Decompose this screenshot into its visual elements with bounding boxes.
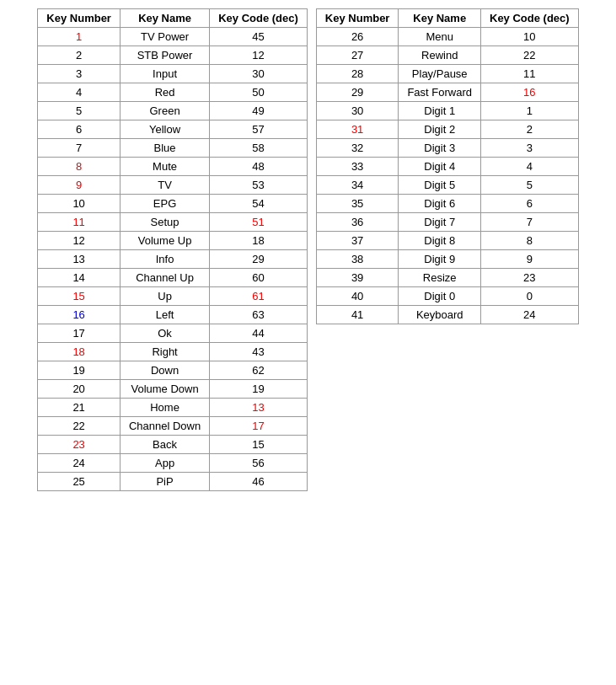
table-left: Key Number Key Name Key Code (dec) 1TV P… [37,8,308,491]
cell-key-name: Keyboard [399,306,481,324]
cell-key-code: 15 [210,436,308,454]
cell-key-code: 1 [481,102,579,120]
col-header-key-num-left: Key Number [38,9,121,28]
table-row: 32Digit 33 [316,139,578,158]
table-row: 33Digit 44 [316,158,578,176]
cell-key-number: 16 [38,306,121,324]
table-row: 20Volume Down19 [38,380,308,399]
table-row: 39Resize23 [316,269,578,287]
cell-key-name: Digit 6 [399,195,481,213]
cell-key-number: 8 [38,158,121,176]
cell-key-code: 44 [210,324,308,343]
cell-key-number: 2 [38,46,121,65]
cell-key-code: 9 [481,250,579,269]
cell-key-number: 21 [38,399,121,417]
cell-key-code: 5 [481,176,579,195]
tables-container: Key Number Key Name Key Code (dec) 1TV P… [37,8,578,491]
cell-key-number: 6 [38,120,121,139]
cell-key-code: 3 [481,139,579,158]
cell-key-number: 20 [38,380,121,399]
cell-key-number: 9 [38,176,121,195]
cell-key-number: 24 [38,454,121,473]
cell-key-code: 61 [210,287,308,306]
table-row: 17Ok44 [38,324,308,343]
cell-key-code: 17 [210,417,308,436]
cell-key-name: Digit 9 [399,250,481,269]
cell-key-name: App [120,454,209,473]
cell-key-name: Up [120,287,209,306]
cell-key-name: Digit 0 [399,287,481,306]
table-row: 30Digit 11 [316,102,578,120]
cell-key-name: TV Power [120,28,209,46]
table-row: 24App56 [38,454,308,473]
cell-key-code: 16 [481,83,579,102]
table-row: 16Left63 [38,306,308,324]
cell-key-name: Mute [120,158,209,176]
table-row: 13Info29 [38,250,308,269]
cell-key-code: 18 [210,232,308,250]
table-row: 40Digit 00 [316,287,578,306]
cell-key-number: 23 [38,436,121,454]
cell-key-number: 13 [38,250,121,269]
cell-key-name: Digit 5 [399,176,481,195]
cell-key-number: 18 [38,343,121,361]
cell-key-number: 32 [316,139,399,158]
table-row: 28Play/Pause11 [316,65,578,83]
cell-key-name: Volume Down [120,380,209,399]
cell-key-number: 39 [316,269,399,287]
cell-key-name: Home [120,399,209,417]
cell-key-name: Ok [120,324,209,343]
table-row: 4Red50 [38,83,308,102]
cell-key-code: 46 [210,473,308,491]
table-row: 10EPG54 [38,195,308,213]
cell-key-code: 50 [210,83,308,102]
cell-key-code: 30 [210,65,308,83]
cell-key-number: 3 [38,65,121,83]
table-row: 18Right43 [38,343,308,361]
cell-key-code: 10 [481,28,579,46]
cell-key-code: 7 [481,213,579,232]
table-row: 26Menu10 [316,28,578,46]
cell-key-number: 30 [316,102,399,120]
table-row: 36Digit 77 [316,213,578,232]
cell-key-name: Digit 1 [399,102,481,120]
cell-key-number: 14 [38,269,121,287]
cell-key-code: 60 [210,269,308,287]
cell-key-name: Right [120,343,209,361]
cell-key-name: Menu [399,28,481,46]
table-row: 15Up61 [38,287,308,306]
cell-key-name: Setup [120,213,209,232]
cell-key-number: 33 [316,158,399,176]
cell-key-name: Rewind [399,46,481,65]
cell-key-name: Play/Pause [399,65,481,83]
table-row: 35Digit 66 [316,195,578,213]
cell-key-name: Left [120,306,209,324]
cell-key-number: 40 [316,287,399,306]
cell-key-number: 25 [38,473,121,491]
cell-key-number: 15 [38,287,121,306]
cell-key-number: 22 [38,417,121,436]
cell-key-name: Back [120,436,209,454]
cell-key-code: 53 [210,176,308,195]
table-row: 6Yellow57 [38,120,308,139]
cell-key-code: 58 [210,139,308,158]
cell-key-code: 2 [481,120,579,139]
table-row: 37Digit 88 [316,232,578,250]
cell-key-code: 45 [210,28,308,46]
cell-key-code: 12 [210,46,308,65]
cell-key-name: Channel Up [120,269,209,287]
cell-key-name: Down [120,361,209,380]
cell-key-code: 43 [210,343,308,361]
table-row: 27Rewind22 [316,46,578,65]
cell-key-number: 34 [316,176,399,195]
cell-key-name: Info [120,250,209,269]
cell-key-name: PiP [120,473,209,491]
cell-key-name: TV [120,176,209,195]
cell-key-name: Channel Down [120,417,209,436]
cell-key-code: 8 [481,232,579,250]
table-row: 5Green49 [38,102,308,120]
cell-key-name: Resize [399,269,481,287]
cell-key-code: 6 [481,195,579,213]
col-header-key-name-left: Key Name [120,9,209,28]
col-header-key-code-right: Key Code (dec) [481,9,579,28]
